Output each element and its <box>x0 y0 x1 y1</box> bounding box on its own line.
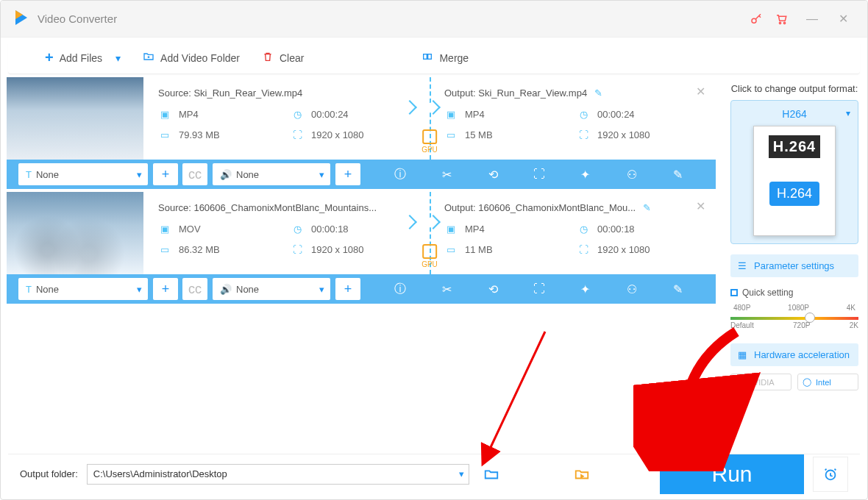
output-label: Output: Ski_Run_Rear_View.mp4 <box>444 88 587 99</box>
add-folder-button[interactable]: Add Video Folder <box>143 51 240 65</box>
resolution-slider[interactable]: 480P1080P4K Default720P2K <box>730 304 858 333</box>
timer-icon[interactable] <box>813 457 848 492</box>
bottom-bar: Output folder: C:\Users\Administrator\De… <box>8 454 860 493</box>
cart-icon[interactable] <box>769 7 794 32</box>
chevron-down-icon: ▾ <box>319 284 324 295</box>
speaker-icon: 🔊 <box>220 284 232 295</box>
folder-plus-icon <box>143 51 154 65</box>
trash-icon <box>262 51 274 65</box>
gpu-badge: GPU <box>421 129 438 154</box>
chevron-down-icon[interactable]: ▾ <box>115 52 121 64</box>
codec-label-primary: H.264 <box>769 135 820 158</box>
nvidia-icon: ◉ <box>736 377 743 387</box>
output-folder-label: Output folder: <box>20 468 78 479</box>
watermark-icon[interactable]: ⚇ <box>623 280 641 298</box>
crop-icon[interactable]: ⛶ <box>530 165 548 183</box>
edit-icon[interactable]: ✎ <box>594 88 602 99</box>
crop-icon[interactable]: ⛶ <box>530 280 548 298</box>
key-icon[interactable] <box>744 7 769 32</box>
chevron-down-icon[interactable]: ▾ <box>846 108 850 118</box>
resolution-icon: ⛶ <box>291 128 304 141</box>
audio-select[interactable]: 🔊None▾ <box>213 278 330 300</box>
edit-icon[interactable]: ✎ <box>643 202 651 213</box>
clear-label: Clear <box>280 52 304 64</box>
filesize-icon: ▭ <box>444 128 458 141</box>
format-icon: ▣ <box>444 222 458 235</box>
svg-rect-3 <box>424 54 427 60</box>
effects-icon[interactable]: ✦ <box>577 280 594 298</box>
minimize-button[interactable]: — <box>800 7 825 32</box>
resolution-icon: ⛶ <box>577 243 590 256</box>
format-icon: ▣ <box>444 107 458 121</box>
clock-icon: ◷ <box>577 107 590 121</box>
title-bar: Video Converter — ✕ <box>1 1 867 38</box>
open-folder-icon[interactable] <box>478 461 505 488</box>
vendor-intel[interactable]: ◯Intel <box>797 374 858 390</box>
filesize-icon: ▭ <box>158 128 171 141</box>
clock-icon: ◷ <box>577 222 590 235</box>
subtitle-select[interactable]: TNone▾ <box>18 278 148 300</box>
chevron-down-icon[interactable]: ▾ <box>459 468 464 479</box>
format-icon: ▣ <box>158 107 171 121</box>
info-icon[interactable]: ⓘ <box>391 165 409 183</box>
remove-file-button[interactable]: ✕ <box>696 199 705 213</box>
clear-button[interactable]: Clear <box>262 51 304 65</box>
format-card: H.264 H.264 <box>753 126 836 236</box>
watermark-icon[interactable]: ⚇ <box>623 165 641 183</box>
effects-icon[interactable]: ✦ <box>577 165 594 183</box>
cc-button[interactable]: cc <box>182 278 207 300</box>
remove-file-button[interactable]: ✕ <box>696 85 705 99</box>
audio-select[interactable]: 🔊None▾ <box>213 163 330 185</box>
rotate-icon[interactable]: ⟲ <box>484 280 502 298</box>
clock-icon: ◷ <box>291 107 304 121</box>
run-button[interactable]: Run <box>660 454 804 494</box>
filesize-icon: ▭ <box>444 243 458 256</box>
svg-point-1 <box>779 22 780 24</box>
add-audio-button[interactable]: + <box>335 163 360 185</box>
file-action-strip: TNone▾ + cc 🔊None▾ + ⓘ ✂ ⟲ ⛶ ✦ ⚇ ✎ <box>7 160 716 189</box>
output-label: Output: 160606_ChamonixMontBlanc_Mou... <box>444 202 636 213</box>
edit-pen-icon[interactable]: ✎ <box>669 165 686 183</box>
quick-setting-header: Quick setting <box>730 288 858 298</box>
add-files-button[interactable]: + Add Files ▾ <box>45 49 121 66</box>
svg-point-2 <box>783 22 785 24</box>
speaker-icon: 🔊 <box>220 169 232 180</box>
cut-icon[interactable]: ✂ <box>438 280 455 298</box>
vendor-nvidia[interactable]: ◉NVIDIA <box>730 374 791 390</box>
svg-rect-4 <box>428 54 432 60</box>
parameter-settings-button[interactable]: ☰ Parameter settings <box>730 254 858 277</box>
video-thumbnail[interactable] <box>7 192 143 274</box>
chevron-down-icon: ▾ <box>319 169 324 180</box>
cc-button[interactable]: cc <box>182 163 207 185</box>
close-button[interactable]: ✕ <box>830 7 855 32</box>
video-thumbnail[interactable] <box>7 77 143 160</box>
output-format-selector[interactable]: H264 ▾ H.264 H.264 <box>730 100 858 244</box>
sliders-icon: ☰ <box>738 260 747 271</box>
format-name: H264 <box>782 108 806 120</box>
format-panel: Click to change output format: H264 ▾ H.… <box>722 77 867 455</box>
edit-pen-icon[interactable]: ✎ <box>669 280 686 298</box>
format-icon: ▣ <box>158 222 171 235</box>
subtitle-select[interactable]: TNone▾ <box>18 163 148 185</box>
resolution-icon: ⛶ <box>577 128 590 141</box>
svg-point-0 <box>752 18 756 23</box>
add-files-label: Add Files <box>60 52 102 64</box>
cut-icon[interactable]: ✂ <box>438 165 455 183</box>
rotate-icon[interactable]: ⟲ <box>484 165 502 183</box>
subtitle-t-icon: T <box>26 284 32 295</box>
file-list: GPU Source: Ski_Run_Rear_View.mp4 ▣MP4 ◷… <box>1 77 722 455</box>
file-card: GPU Source: Ski_Run_Rear_View.mp4 ▣MP4 ◷… <box>7 77 716 189</box>
subtitle-t-icon: T <box>26 169 32 180</box>
hardware-accel-button[interactable]: ▦ Hardware acceleration <box>730 343 858 366</box>
clock-icon: ◷ <box>291 222 304 235</box>
add-subtitle-button[interactable]: + <box>153 278 178 300</box>
info-icon[interactable]: ⓘ <box>391 280 409 298</box>
main-toolbar: + Add Files ▾ Add Video Folder Clear Mer… <box>8 42 860 74</box>
output-path-input[interactable]: C:\Users\Administrator\Desktop ▾ <box>87 464 469 485</box>
square-bullet-icon <box>730 289 738 296</box>
app-logo-icon <box>13 9 30 29</box>
add-audio-button[interactable]: + <box>335 278 360 300</box>
merge-button[interactable]: Merge <box>421 51 469 65</box>
explore-folder-icon[interactable] <box>569 461 595 488</box>
add-subtitle-button[interactable]: + <box>153 163 178 185</box>
